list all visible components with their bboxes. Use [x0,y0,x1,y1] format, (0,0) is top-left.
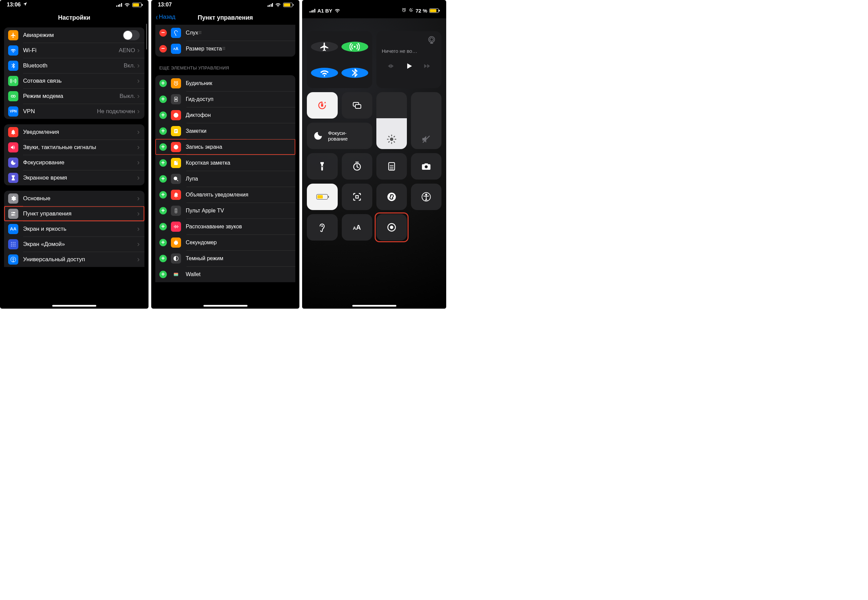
media-tile[interactable]: Ничего не во… [376,31,441,88]
add-button[interactable]: + [160,111,167,119]
qr-scan-tile[interactable] [342,183,372,210]
more-appletv[interactable]: +Пульт Apple TV [155,203,296,218]
add-button[interactable]: + [160,223,167,230]
wifi-icon [8,45,18,56]
airplane-toggle[interactable] [311,42,338,52]
battery-percent: 72 % [416,8,427,14]
row-hotspot[interactable]: Режим модема Выкл. › [4,88,144,104]
add-button[interactable]: + [160,95,167,103]
row-screentime[interactable]: Экранное время› [4,170,144,185]
text-size-tile[interactable]: AA [342,214,372,241]
nav-title: Пункт управления [198,14,253,21]
row-airplane[interactable]: Авиарежим [4,27,144,43]
notes-icon [171,126,181,136]
more-darkmode[interactable]: +Темный режим [155,250,296,266]
drag-handle-icon[interactable]: ≡ [222,45,225,52]
more-stopwatch[interactable]: +Секундомер [155,235,296,250]
add-button[interactable]: + [160,191,167,198]
low-power-tile[interactable] [307,183,337,210]
alarm-icon [171,78,181,88]
row-homescreen[interactable]: Экран «Домой»› [4,236,144,252]
add-button[interactable]: + [160,127,167,135]
scroll-indicator[interactable] [146,24,147,50]
row-accessibility[interactable]: Универсальный доступ› [4,252,144,267]
svg-point-38 [175,212,176,212]
more-soundrec[interactable]: +Распознавание звуков [155,218,296,235]
media-play-button[interactable] [405,62,413,71]
add-button[interactable]: + [160,175,167,183]
media-next-button[interactable] [423,62,431,71]
home-indicator[interactable] [204,305,248,307]
flashlight-tile[interactable] [307,153,337,180]
home-indicator[interactable] [52,305,96,307]
row-cellular[interactable]: Сотовая связь › [4,73,144,88]
row-control-center[interactable]: Пункт управления› [4,206,144,221]
add-button[interactable]: + [160,271,167,278]
back-button[interactable]: ‹Назад [155,14,175,20]
more-magnifier[interactable]: +Лупа [155,171,296,187]
gear-icon [8,194,18,204]
more-notes[interactable]: +Заметки [155,123,296,139]
shazam-tile[interactable] [376,183,407,210]
included-hearing[interactable]: − Слух ≡ [155,25,296,41]
rotation-lock-tile[interactable] [307,92,337,118]
settings-group-notifications: Уведомления› Звуки, тактильные сигналы› … [4,124,144,185]
included-textsize[interactable]: − AA Размер текста ≡ [155,41,296,56]
accessibility-shortcut-tile[interactable] [411,183,441,210]
row-focus[interactable]: Фокусирование› [4,155,144,170]
row-notifications[interactable]: Уведомления› [4,124,144,139]
add-button[interactable]: + [160,239,167,246]
wifi-toggle[interactable] [311,68,338,78]
svg-point-77 [391,165,392,166]
row-value: AENO [119,47,135,54]
volume-slider[interactable] [411,92,441,149]
more-guided[interactable]: +Гид-доступ [155,91,296,107]
more-announce[interactable]: +Объявлять уведомления [155,187,296,203]
chevron-right-icon: › [137,143,139,152]
add-button[interactable]: + [160,159,167,167]
svg-point-79 [390,167,391,168]
add-button[interactable]: + [160,255,167,262]
more-screenrec[interactable]: +Запись экрана [155,139,296,155]
add-button[interactable]: + [160,207,167,214]
announce-icon [171,190,181,200]
airplane-toggle[interactable] [123,30,140,40]
svg-rect-87 [356,196,358,198]
add-button[interactable]: + [160,80,167,87]
row-sounds[interactable]: Звуки, тактильные сигналы› [4,139,144,155]
settings-group-general: Основные› Пункт управления› AA Экран и я… [4,191,144,267]
hearing-tile[interactable] [307,214,337,241]
cellular-toggle[interactable] [341,42,368,52]
svg-point-78 [392,165,393,166]
more-alarm[interactable]: +Будильник [155,75,296,91]
airplay-icon[interactable] [427,35,437,47]
row-wifi[interactable]: Wi-Fi AENO › [4,43,144,58]
screen-record-tile[interactable] [376,214,407,241]
focus-tile[interactable]: Фокуси- рование [307,123,372,149]
drag-handle-icon[interactable]: ≡ [198,29,201,36]
row-display[interactable]: AA Экран и яркость› [4,221,144,236]
add-button[interactable]: + [160,143,167,151]
svg-rect-29 [174,161,178,165]
svg-point-93 [390,226,393,229]
included-controls-group: − Слух ≡ − AA Размер текста ≡ [155,25,296,56]
more-voicememo[interactable]: +Диктофон [155,107,296,123]
media-prev-button[interactable] [386,62,395,71]
brightness-slider[interactable] [376,92,407,149]
row-general[interactable]: Основные› [4,191,144,206]
remove-button[interactable]: − [160,29,167,36]
camera-tile[interactable] [411,153,441,180]
more-wallet[interactable]: +Wallet [155,266,296,282]
svg-rect-4 [11,214,15,215]
more-quicknote[interactable]: +Короткая заметка [155,155,296,171]
home-indicator[interactable] [352,305,396,307]
svg-rect-7 [11,242,12,243]
calculator-tile[interactable] [376,153,407,180]
screen-mirroring-tile[interactable] [342,92,372,118]
row-vpn[interactable]: VPN VPN Не подключен › [4,104,144,119]
stopwatch-icon [171,238,181,248]
row-bluetooth[interactable]: Bluetooth Вкл. › [4,58,144,73]
timer-tile[interactable] [342,153,372,180]
bluetooth-toggle[interactable] [341,68,368,78]
remove-button[interactable]: − [160,45,167,53]
